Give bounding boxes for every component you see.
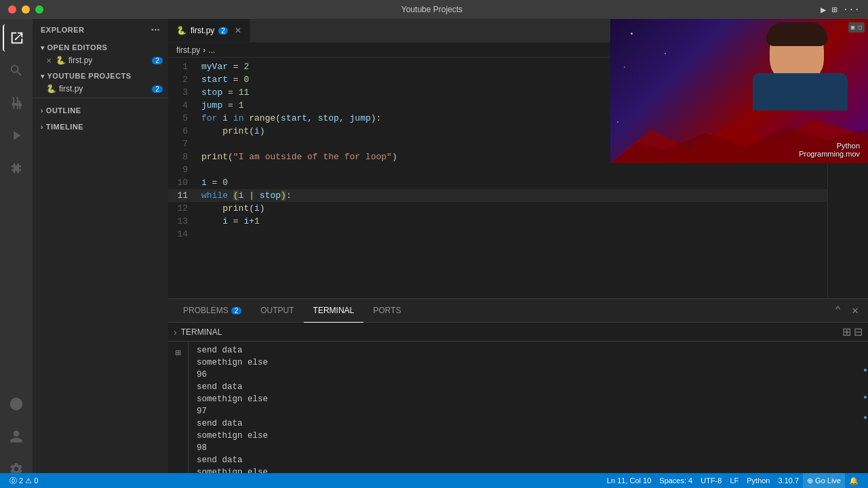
outline-section[interactable]: › OUTLINE bbox=[33, 101, 168, 117]
code-line-9: 9 bbox=[168, 163, 827, 176]
terminal-scrollbar[interactable] bbox=[861, 342, 868, 488]
accounts-activity-icon[interactable] bbox=[3, 423, 30, 450]
timeline-section[interactable]: › TIMELINE bbox=[33, 117, 168, 134]
code-line-10: 10 i = 0 bbox=[168, 176, 827, 189]
python-file-icon: 🐍 bbox=[56, 56, 66, 65]
explorer-activity-icon[interactable] bbox=[3, 24, 30, 52]
run-icon[interactable]: ▶ bbox=[821, 4, 826, 16]
titlebar-title: Youtube Projects bbox=[49, 5, 815, 14]
terminal-content[interactable]: send data somethign else 96 send data so… bbox=[189, 342, 861, 488]
outline-chevron: › bbox=[41, 107, 43, 115]
terminal-line: 98 bbox=[197, 442, 853, 454]
run-debug-activity-icon[interactable] bbox=[3, 122, 30, 149]
youtube-projects-chevron: ▾ bbox=[41, 73, 45, 80]
panel-minimize-button[interactable]: ⌃ bbox=[831, 302, 846, 319]
terminal-line: somethign else bbox=[197, 357, 853, 369]
terminal-line: 96 bbox=[197, 369, 853, 381]
warning-icon: ⚠ bbox=[25, 476, 32, 485]
terminal-line: 97 bbox=[197, 405, 853, 418]
status-errors[interactable]: ⓪ 2 ⚠ 0 bbox=[5, 473, 42, 488]
titlebar-actions: ▶ ⊞ ··· bbox=[821, 4, 860, 16]
status-encoding[interactable]: UTF-8 bbox=[696, 473, 726, 488]
split-terminal-icon[interactable]: ⊟ bbox=[854, 325, 863, 338]
terminal-line: send data bbox=[197, 454, 853, 466]
scroll-dot-3 bbox=[864, 416, 867, 419]
status-go-live[interactable]: ⊕ Go Live bbox=[803, 473, 845, 488]
tab-close-button[interactable]: ✕ bbox=[235, 26, 241, 35]
explorer-header[interactable]: EXPLORER ··· bbox=[33, 19, 168, 38]
tab-ports[interactable]: PORTS bbox=[363, 299, 410, 323]
terminal-actions: ⊞ ⊟ bbox=[842, 325, 863, 338]
go-live-icon: ⊕ bbox=[807, 476, 813, 485]
status-spaces[interactable]: Spaces: 4 bbox=[655, 473, 696, 488]
status-bell[interactable]: 🔔 bbox=[845, 473, 863, 488]
webcam-overlay: ▣ ▢ Python Programming.mov bbox=[610, 19, 868, 163]
tab-file-icon: 🐍 bbox=[176, 26, 186, 35]
code-line-12: 12 print(i) bbox=[168, 202, 827, 215]
panel-close-button[interactable]: ✕ bbox=[848, 302, 863, 319]
open-editors-chevron: ▾ bbox=[41, 44, 45, 52]
open-editors-section[interactable]: ▾ OPEN EDITORS bbox=[33, 38, 168, 54]
code-line-14: 14 bbox=[168, 228, 827, 241]
status-bar: ⓪ 2 ⚠ 0 Ln 11, Col 10 Spaces: 4 UTF-8 LF… bbox=[0, 473, 868, 488]
terminal-line: somethign else bbox=[197, 393, 853, 405]
remote-activity-icon[interactable] bbox=[3, 390, 30, 418]
tab-first-py[interactable]: 🐍 first.py 2 ✕ bbox=[168, 19, 250, 42]
code-line-13: 13 i = i+1 bbox=[168, 215, 827, 228]
extensions-activity-icon[interactable] bbox=[3, 155, 30, 182]
code-line-11: 11 while (i | stop): bbox=[168, 189, 827, 202]
terminal-line: send data bbox=[197, 418, 853, 430]
terminal-chevron-icon[interactable]: › bbox=[174, 327, 177, 338]
more-actions-icon[interactable]: ··· bbox=[843, 4, 860, 15]
status-right-items: Ln 11, Col 10 Spaces: 4 UTF-8 LF Python … bbox=[603, 473, 863, 488]
webcam-video: ▣ ▢ Python Programming.mov bbox=[610, 19, 868, 163]
titlebar: Youtube Projects ▶ ⊞ ··· bbox=[0, 0, 868, 19]
panel-tabs: PROBLEMS 2 OUTPUT TERMINAL PORTS ⌃ ✕ bbox=[168, 299, 868, 323]
webcam-label: Python Programming.mov bbox=[799, 142, 860, 158]
sidebar: EXPLORER ··· ▾ OPEN EDITORS ✕ 🐍 first.py… bbox=[33, 19, 168, 488]
new-terminal-icon[interactable]: ⊞ bbox=[842, 325, 851, 338]
close-editor-icon[interactable]: ✕ bbox=[46, 57, 52, 64]
source-control-activity-icon[interactable] bbox=[3, 89, 30, 117]
tab-output[interactable]: OUTPUT bbox=[251, 299, 303, 323]
terminal-sidebar-actions: ⊞ bbox=[168, 342, 189, 488]
scroll-dot-2 bbox=[864, 396, 867, 399]
tab-problems[interactable]: PROBLEMS 2 bbox=[174, 299, 251, 323]
terminal-line: somethign else bbox=[197, 430, 853, 442]
minimize-window-button[interactable] bbox=[22, 5, 30, 14]
youtube-projects-section[interactable]: ▾ YOUTUBE PROJECTS bbox=[33, 66, 168, 83]
scroll-dot-1 bbox=[864, 369, 867, 371]
close-window-button[interactable] bbox=[8, 5, 16, 14]
python-file-icon2: 🐍 bbox=[46, 84, 56, 94]
terminal-body: ⊞ send data somethign else 96 send data … bbox=[168, 342, 868, 488]
tab-terminal[interactable]: TERMINAL bbox=[304, 299, 364, 323]
split-editor-icon[interactable]: ⊞ bbox=[831, 4, 837, 16]
project-file-first-py[interactable]: 🐍 first.py 2 bbox=[33, 83, 168, 95]
status-eol[interactable]: LF bbox=[726, 473, 743, 488]
status-language[interactable]: Python bbox=[743, 473, 774, 488]
maximize-window-button[interactable] bbox=[35, 5, 43, 14]
terminal-line: send data bbox=[197, 381, 853, 393]
search-activity-icon[interactable] bbox=[3, 57, 30, 84]
status-ln-col[interactable]: Ln 11, Col 10 bbox=[603, 473, 655, 488]
terminal-header: › TERMINAL ⊞ ⊟ bbox=[168, 323, 868, 342]
sidebar-more-icon[interactable]: ··· bbox=[151, 24, 160, 35]
open-editor-first-py[interactable]: ✕ 🐍 first.py 2 bbox=[33, 54, 168, 66]
terminal-sidebar-icon[interactable]: ⊞ bbox=[172, 344, 183, 361]
status-version[interactable]: 3.10.7 bbox=[774, 473, 803, 488]
bottom-panel: PROBLEMS 2 OUTPUT TERMINAL PORTS ⌃ ✕ bbox=[168, 298, 868, 488]
sidebar-divider bbox=[33, 98, 168, 98]
bell-icon: 🔔 bbox=[849, 476, 859, 485]
timeline-chevron: › bbox=[41, 123, 43, 131]
activity-bar bbox=[0, 19, 33, 488]
error-icon: ⓪ bbox=[9, 476, 17, 486]
panel-actions: ⌃ ✕ bbox=[831, 302, 863, 319]
terminal-line: send data bbox=[197, 344, 853, 357]
